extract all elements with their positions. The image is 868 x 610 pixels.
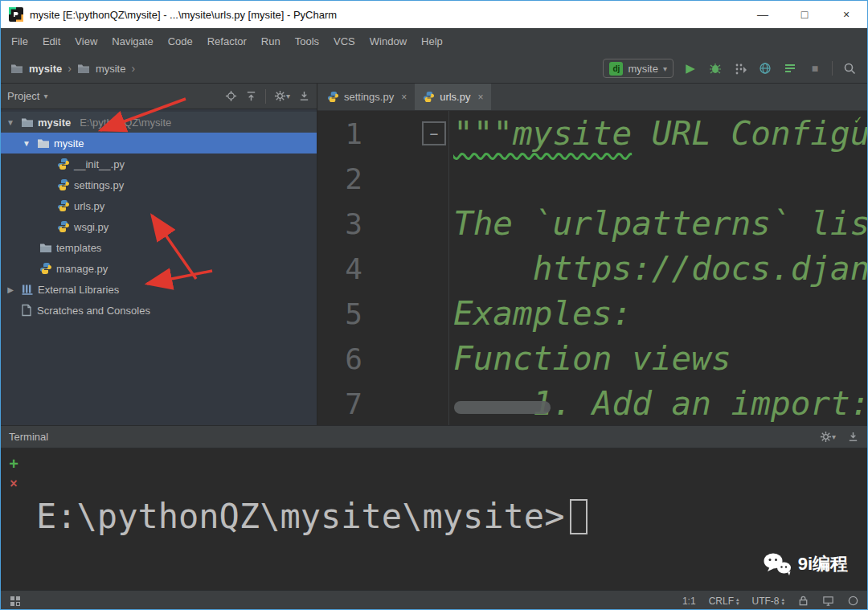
breadcrumb: mysite › mysite ›	[10, 62, 135, 75]
gear-icon	[274, 90, 286, 102]
menu-item-run[interactable]: Run	[254, 32, 288, 51]
folder-icon	[21, 116, 34, 129]
project-panel-title[interactable]: Project	[7, 90, 39, 102]
encoding-value: UTF-8	[751, 596, 779, 607]
window-controls: — □ ×	[742, 1, 867, 28]
code-line: 1 − """mysite URL Configuration	[317, 111, 867, 156]
menu-item-view[interactable]: View	[68, 32, 104, 51]
breadcrumb-item[interactable]: mysite	[96, 63, 126, 75]
inspections-ok-icon[interactable]: ✓	[854, 113, 862, 127]
close-icon[interactable]: ×	[401, 92, 407, 103]
python-file-icon	[57, 220, 70, 233]
watermark-text: 9i编程	[798, 552, 848, 576]
run-configuration-name: mysite	[628, 63, 658, 75]
tree-item-wsgi-py[interactable]: wsgi.py	[1, 216, 317, 237]
terminal-console[interactable]: E:\pythonQZ\mysite\mysite>	[36, 497, 588, 536]
coverage-button[interactable]	[732, 60, 748, 76]
code-text: Examples:	[449, 294, 632, 333]
maximize-button[interactable]: □	[784, 1, 825, 28]
folder-icon	[39, 241, 52, 254]
terminal-title[interactable]: Terminal	[9, 431, 48, 443]
menu-item-file[interactable]: File	[4, 32, 35, 51]
chevron-down-icon[interactable]: ▾	[43, 92, 47, 100]
chevron-expanded-icon[interactable]: ▼	[4, 118, 17, 127]
encoding-widget[interactable]: UTF-8 ▴▾	[751, 596, 784, 607]
settings-control[interactable]: ▾	[274, 90, 290, 102]
fold-marker-icon[interactable]: −	[422, 121, 446, 145]
menu-item-edit[interactable]: Edit	[35, 32, 68, 51]
code-editor[interactable]: 1 − """mysite URL Configuration 2 3 The …	[317, 111, 867, 425]
tree-item-mysite-root[interactable]: ▼ mysite E:\pythonQZ\mysite	[1, 112, 317, 133]
python-file-icon	[57, 199, 70, 212]
line-number: 7	[317, 387, 362, 420]
locate-file-icon[interactable]	[225, 90, 237, 102]
run-button[interactable]: ▶	[682, 60, 698, 76]
manage-py-task-button[interactable]	[782, 60, 798, 76]
tree-item-external-libraries[interactable]: ▶ External Libraries	[1, 279, 317, 300]
tab-settings-py[interactable]: settings.py ×	[319, 84, 415, 110]
horizontal-scrollbar[interactable]	[454, 401, 551, 414]
tree-item-settings-py[interactable]: settings.py	[1, 174, 317, 195]
chevron-down-icon: ▾	[286, 92, 290, 100]
globe-icon[interactable]	[757, 60, 773, 76]
menu-item-help[interactable]: Help	[414, 32, 450, 51]
folder-icon	[37, 137, 50, 149]
terminal-header: Terminal ▾	[1, 426, 867, 448]
notifications-icon[interactable]	[847, 595, 859, 607]
tree-item-manage-py[interactable]: manage.py	[1, 258, 317, 279]
stop-button[interactable]: ■	[807, 60, 823, 76]
python-file-icon	[327, 91, 339, 103]
status-bar: 1:1 CRLF ▴▾ UTF-8 ▴▾	[1, 590, 867, 610]
menu-item-refactor[interactable]: Refactor	[200, 32, 254, 51]
chevron-right-icon: ›	[68, 62, 72, 75]
line-number: 5	[317, 297, 362, 330]
menu-item-vcs[interactable]: VCS	[326, 32, 362, 51]
code-line: 6 Function views	[317, 336, 867, 381]
tool-window-switcher-icon[interactable]	[9, 595, 22, 608]
line-number: 3	[317, 207, 362, 240]
tree-item-init-py[interactable]: __init__.py	[1, 154, 317, 174]
status-bar-widgets: 1:1 CRLF ▴▾ UTF-8 ▴▾	[682, 595, 859, 607]
tree-item-templates[interactable]: templates	[1, 237, 317, 258]
pycharm-logo-icon	[9, 7, 23, 22]
menu-item-tools[interactable]: Tools	[288, 32, 326, 51]
run-configuration-selector[interactable]: dj mysite ▾	[603, 59, 674, 78]
menu-item-window[interactable]: Window	[362, 32, 414, 51]
hide-panel-icon[interactable]	[847, 431, 859, 443]
code-line: 7 1. Add an import: from my_app import v…	[317, 381, 867, 425]
chevron-collapsed-icon[interactable]: ▶	[4, 285, 17, 294]
search-everywhere-icon[interactable]	[841, 60, 858, 76]
new-session-icon[interactable]: +	[9, 456, 18, 471]
tree-item-scratches[interactable]: Scratches and Consoles	[1, 300, 317, 321]
close-icon[interactable]: ×	[477, 92, 483, 103]
tree-item-urls-py[interactable]: urls.py	[1, 195, 317, 216]
minimize-button[interactable]: —	[742, 1, 784, 28]
debug-button[interactable]	[707, 60, 723, 76]
code-line: 4 https://docs.djangoproject.com/en/2.1/…	[317, 246, 867, 291]
library-icon	[21, 283, 34, 296]
tree-item-mysite-package[interactable]: ▼ mysite	[1, 133, 317, 154]
hide-panel-icon[interactable]	[298, 90, 310, 102]
close-button[interactable]: ×	[825, 1, 867, 28]
inspections-profile-icon[interactable]	[822, 595, 834, 607]
caret-position[interactable]: 1:1	[682, 596, 696, 607]
terminal-settings-control[interactable]: ▾	[820, 431, 836, 443]
terminal-cursor	[570, 499, 588, 534]
project-tool-window: Project ▾ ▾ ▼ mysite E:\pythonQZ\mysite	[1, 84, 317, 425]
chevron-updown-icon: ▴▾	[736, 597, 739, 605]
chevron-expanded-icon[interactable]: ▼	[20, 139, 33, 148]
editor-tab-bar: settings.py × urls.py ×	[317, 84, 867, 111]
collapse-all-icon[interactable]	[245, 90, 257, 102]
menu-item-navigate[interactable]: Navigate	[104, 32, 160, 51]
python-file-icon	[57, 158, 70, 170]
code-line: 2	[317, 156, 867, 201]
breadcrumb-item[interactable]: mysite	[29, 63, 62, 75]
terminal-actions: ▾	[820, 431, 859, 443]
tab-urls-py[interactable]: urls.py ×	[415, 84, 491, 110]
panel-separator	[265, 89, 266, 104]
readonly-lock-icon[interactable]	[797, 595, 809, 607]
menu-item-code[interactable]: Code	[161, 32, 200, 51]
close-session-icon[interactable]: ×	[10, 477, 17, 490]
line-separator-widget[interactable]: CRLF ▴▾	[709, 596, 739, 607]
pycharm-window: mysite [E:\pythonQZ\mysite] - ...\mysite…	[0, 0, 868, 610]
